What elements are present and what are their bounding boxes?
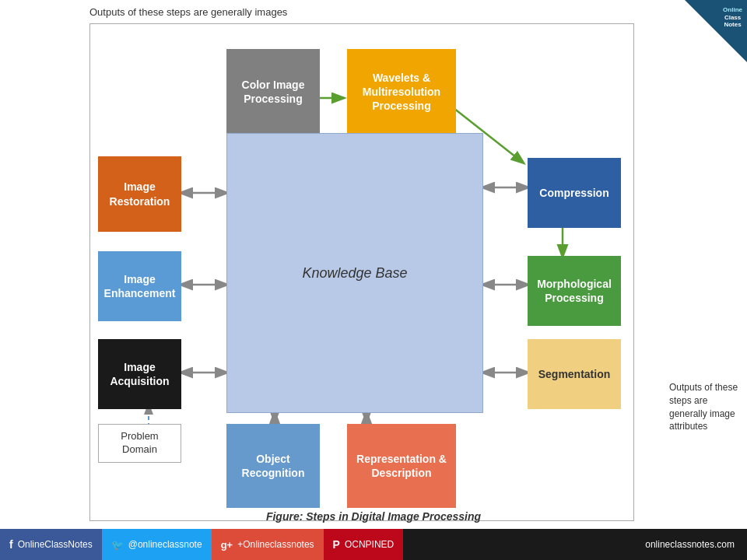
right-annotation: Outputs of these steps are generally ima… [669, 381, 739, 433]
image-acquisition-box: Image Acquisition [98, 339, 181, 409]
wavelets-box: Wavelets & Multiresolution Processing [347, 49, 456, 135]
facebook-icon: f [9, 538, 13, 551]
color-image-processing-box: Color Image Processing [226, 49, 320, 135]
pinterest-label: OCNPINED [345, 539, 394, 550]
object-recognition-box: Object Recognition [226, 424, 320, 508]
googleplus-label: +Onlineclassnotes [237, 539, 314, 550]
corner-logo-text: Online Class Notes [723, 6, 742, 29]
morphological-processing-box: Morphological Processing [528, 256, 621, 326]
segmentation-box: Segmentation [528, 339, 621, 409]
pinterest-icon: P [333, 538, 340, 551]
website-label: onlineclassnotes.com [645, 539, 747, 550]
image-restoration-box: Image Restoration [98, 156, 181, 232]
problem-domain-box: Problem Domain [98, 424, 181, 463]
bottom-bar: f OnlineClassNotes 🐦 @onlineclassnote g+… [0, 529, 747, 560]
figure-caption: Figure: Steps in Digital Image Processin… [0, 510, 747, 523]
diagram-container: Color Image Processing Wavelets & Multir… [89, 23, 634, 521]
compression-box: Compression [528, 158, 621, 228]
googleplus-item[interactable]: g+ +Onlineclassnotes [212, 529, 324, 560]
facebook-label: OnlineClassNotes [18, 539, 93, 550]
twitter-item[interactable]: 🐦 @onlineclassnote [102, 529, 212, 560]
pinterest-item[interactable]: P OCNPINED [324, 529, 404, 560]
twitter-icon: 🐦 [111, 539, 124, 551]
top-annotation: Outputs of these steps are generally ima… [89, 6, 287, 18]
image-enhancement-box: Image Enhancement [98, 251, 181, 321]
twitter-label: @onlineclassnote [128, 539, 202, 550]
facebook-item[interactable]: f OnlineClassNotes [0, 529, 102, 560]
representation-description-box: Representation & Description [347, 424, 456, 508]
corner-logo: Online Class Notes [685, 0, 747, 62]
googleplus-icon: g+ [221, 539, 233, 551]
knowledge-base-box: Knowledge Base [226, 133, 483, 413]
